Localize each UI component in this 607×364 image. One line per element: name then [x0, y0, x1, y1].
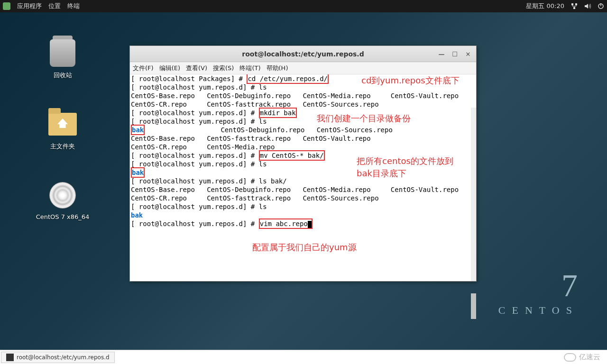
highlight-bak2: bak [131, 167, 145, 178]
close-button[interactable]: ✕ [463, 49, 473, 59]
menu-terminal[interactable]: 终端 [67, 2, 80, 10]
window-titlebar[interactable]: root@localhost:/etc/yum.repos.d — ☐ ✕ [130, 46, 476, 62]
svg-rect-0 [571, 3, 573, 5]
highlight-bak1: bak [131, 125, 145, 135]
highlight-mkdir: mkdir bak [259, 108, 297, 118]
menu-terminal[interactable]: 终端(T) [239, 64, 260, 73]
taskbar-item-terminal[interactable]: root@localhost:/etc/yum.repos.d [1, 352, 115, 363]
svg-rect-2 [573, 7, 575, 9]
terminal-icon [6, 354, 14, 361]
folder-home-icon [48, 113, 77, 136]
annotation-mv-a: 把所有centos的文件放到 [357, 157, 453, 165]
menu-places[interactable]: 位置 [48, 2, 61, 10]
taskbar-label: root@localhost:/etc/yum.repos.d [17, 354, 110, 361]
maximize-button[interactable]: ☐ [450, 49, 460, 59]
watermark: 亿速云 [564, 353, 600, 362]
annotation-mv-b: bak目录底下 [357, 169, 406, 178]
desktop-icon-home[interactable]: 主文件夹 [34, 109, 91, 151]
disc-label: CentOS 7 x86_64 [34, 213, 91, 220]
annotation-mkdir: 我们创建一个目录做备份 [317, 114, 411, 123]
cursor [308, 221, 312, 228]
window-title: root@localhost:/etc/yum.repos.d [242, 50, 364, 58]
brand-seven: 7 [498, 267, 579, 304]
minimize-button[interactable]: — [436, 49, 447, 59]
trash-label: 回收站 [34, 71, 91, 80]
desktop-icon-trash[interactable]: 回收站 [34, 38, 91, 80]
top-panel: 应用程序 位置 终端 星期五 00:20 [0, 0, 607, 12]
menu-file[interactable]: 文件(F) [133, 64, 154, 73]
home-label: 主文件夹 [34, 142, 91, 151]
terminal-window: root@localhost:/etc/yum.repos.d — ☐ ✕ 文件… [129, 46, 477, 282]
annotation-cd: cd到yum.repos文件底下 [361, 76, 460, 85]
disc-icon [49, 182, 76, 209]
menu-edit[interactable]: 编辑(E) [159, 64, 180, 73]
clock[interactable]: 星期五 00:20 [526, 2, 564, 10]
svg-rect-1 [575, 3, 577, 5]
highlight-cd: cd /etc/yum.repos.d/ [247, 74, 329, 84]
menu-view[interactable]: 查看(V) [186, 64, 207, 73]
cloud-icon [564, 353, 576, 362]
menu-applications[interactable]: 应用程序 [17, 2, 42, 10]
highlight-mv: mv CentOS-* bak/ [259, 150, 325, 161]
taskbar: root@localhost:/etc/yum.repos.d 亿速云 [0, 350, 607, 364]
menu-help[interactable]: 帮助(H) [267, 64, 288, 73]
activities-icon[interactable] [3, 2, 10, 10]
terminal-body[interactable]: [ root@localhost Packages] # cd /etc/yum… [130, 74, 476, 281]
dir-bak: bak [131, 211, 143, 219]
power-icon[interactable] [598, 3, 604, 9]
highlight-vim: vim abc.repo [259, 218, 313, 229]
menu-search[interactable]: 搜索(S) [213, 64, 234, 73]
annotation-vim: 配置属于我们自己的yum源 [252, 243, 357, 252]
menubar: 文件(F) 编辑(E) 查看(V) 搜索(S) 终端(T) 帮助(H) [130, 62, 476, 74]
volume-icon[interactable] [584, 3, 591, 9]
terminal-scrollbar[interactable] [471, 108, 476, 281]
trash-icon [50, 39, 75, 67]
brand-name: CENTOS [498, 304, 579, 317]
network-icon[interactable] [571, 3, 578, 9]
scroll-thumb[interactable] [471, 293, 476, 319]
desktop-icon-disc[interactable]: CentOS 7 x86_64 [34, 180, 91, 220]
centos-brand: 7 CENTOS [498, 267, 579, 317]
